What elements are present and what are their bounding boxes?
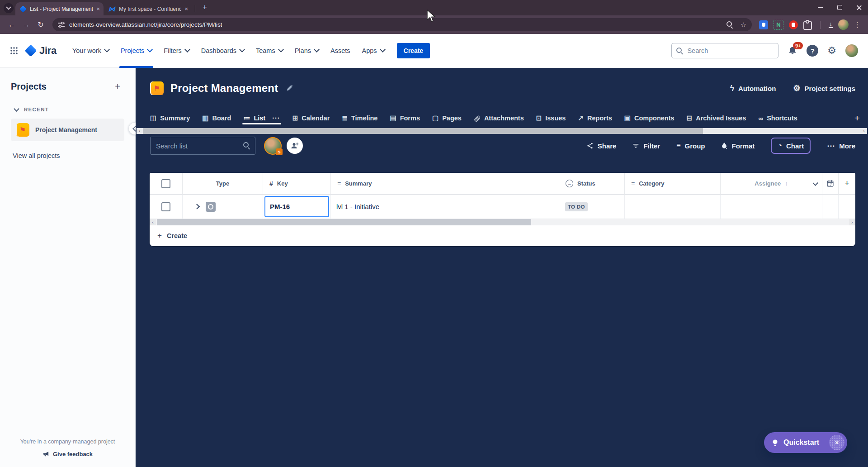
add-column-button[interactable]: + xyxy=(839,173,855,195)
tab-more-icon[interactable]: ··· xyxy=(272,114,280,122)
selected-cell-outline[interactable]: PM-16 xyxy=(264,196,329,217)
extensions-puzzle-icon[interactable] xyxy=(803,21,812,30)
project-settings-button[interactable]: ⚙ Project settings xyxy=(793,84,855,92)
chart-button[interactable]: ◔ Chart xyxy=(771,138,811,154)
browser-profile-avatar[interactable] xyxy=(838,19,849,30)
format-button[interactable]: Format xyxy=(721,142,755,150)
add-project-button[interactable]: + xyxy=(111,80,124,93)
scroll-left-icon[interactable]: ‹ xyxy=(150,219,156,225)
nav-item-assets[interactable]: Assets xyxy=(325,34,356,68)
row-dates-cell[interactable] xyxy=(822,195,839,219)
tab-search-button[interactable] xyxy=(4,3,14,13)
add-people-button[interactable] xyxy=(287,138,303,154)
new-tab-button[interactable]: + xyxy=(199,3,210,12)
bitwarden-icon[interactable] xyxy=(759,20,768,29)
filter-button[interactable]: Filter xyxy=(632,142,660,150)
notifications-button[interactable]: 9+ xyxy=(788,46,797,56)
nav-item-teams[interactable]: Teams xyxy=(250,34,289,68)
row-key-cell[interactable]: PM-16 xyxy=(263,195,331,219)
tab-board[interactable]: ▥Board xyxy=(202,114,231,122)
settings-gear-icon[interactable]: ⚙ xyxy=(827,46,836,56)
chevron-down-icon[interactable] xyxy=(812,180,818,186)
column-header-assignee[interactable]: Assignee↑ xyxy=(721,173,822,195)
scroll-left-icon[interactable]: ‹ xyxy=(137,128,143,134)
column-header-status[interactable]: →Status xyxy=(559,173,625,195)
tab-issues[interactable]: ⊡Issues xyxy=(536,114,566,122)
row-checkbox[interactable] xyxy=(161,202,170,211)
tab-list[interactable]: ≔List··· xyxy=(243,114,280,122)
global-search-input[interactable] xyxy=(686,47,774,55)
app-switcher-icon[interactable] xyxy=(10,47,18,55)
site-settings-icon[interactable] xyxy=(58,22,65,28)
column-header-key[interactable]: #Key xyxy=(263,173,331,195)
search-list-input[interactable] xyxy=(150,137,255,155)
group-button[interactable]: ≡ Group xyxy=(676,142,705,150)
more-button[interactable]: ⋯ More xyxy=(827,141,855,151)
tab-summary[interactable]: ◫Summary xyxy=(150,114,190,122)
tab-archived-issues[interactable]: ⊟Archived Issues xyxy=(687,114,746,122)
quickstart-button[interactable]: Quickstart × xyxy=(764,432,847,453)
tab-forms[interactable]: ▤Forms xyxy=(390,114,420,122)
address-bar[interactable]: elements-overview.atlassian.net/jira/cor… xyxy=(52,18,752,31)
create-issue-button[interactable]: + Create xyxy=(150,225,855,246)
nav-item-projects[interactable]: Projects xyxy=(115,34,158,68)
tab-timeline[interactable]: ≣Timeline xyxy=(342,114,377,122)
browser-tab-confluence[interactable]: ⋈ My first space - Confluence × xyxy=(104,2,192,15)
zoom-icon[interactable] xyxy=(726,21,733,28)
row-assignee-cell[interactable] xyxy=(721,195,822,219)
downloads-icon[interactable]: ↓ xyxy=(829,21,833,28)
back-icon[interactable]: ← xyxy=(5,19,18,31)
view-all-projects-link[interactable]: View all projects xyxy=(11,152,124,159)
scroll-right-icon[interactable]: › xyxy=(849,219,855,225)
reload-icon[interactable]: ↻ xyxy=(34,19,47,31)
help-button[interactable]: ? xyxy=(807,45,818,57)
row-category-cell[interactable] xyxy=(625,195,721,219)
maximize-icon[interactable] xyxy=(837,5,842,10)
close-quickstart-icon[interactable]: × xyxy=(829,435,844,450)
nav-item-filters[interactable]: Filters xyxy=(158,34,195,68)
jira-logo[interactable]: Jira xyxy=(25,45,57,57)
filter-user-avatar[interactable]: S xyxy=(264,137,282,155)
give-feedback-button[interactable]: Give feedback xyxy=(42,451,93,457)
scrollbar-thumb[interactable] xyxy=(143,128,703,134)
notion-extension-icon[interactable]: N xyxy=(774,20,783,30)
row-type-cell[interactable] xyxy=(183,195,263,219)
column-header-category[interactable]: ≡Category xyxy=(625,173,721,195)
tab-shortcuts[interactable]: ∞Shortcuts xyxy=(758,114,797,122)
table-row[interactable]: PM-16 lvl 1 - Initiative TO DO xyxy=(150,195,855,219)
tabs-horizontal-scrollbar[interactable]: ‹ › xyxy=(137,128,867,134)
table-horizontal-scrollbar[interactable]: ‹ › xyxy=(150,219,855,225)
tab-components[interactable]: ▣Components xyxy=(624,114,675,122)
browser-tab-jira[interactable]: List - Project Management - Jira × xyxy=(15,2,104,15)
close-tab-icon[interactable]: × xyxy=(184,5,188,12)
column-header-summary[interactable]: ≡Summary xyxy=(331,173,559,195)
expand-chevron-icon[interactable] xyxy=(194,204,200,210)
tab-calendar[interactable]: ⊞Calendar xyxy=(292,114,330,122)
global-search[interactable] xyxy=(671,43,778,58)
close-window-icon[interactable] xyxy=(857,5,862,10)
close-tab-icon[interactable]: × xyxy=(96,5,100,12)
row-summary-cell[interactable]: lvl 1 - Initiative xyxy=(331,195,559,219)
select-all-cell[interactable] xyxy=(150,173,183,195)
scroll-right-icon[interactable]: › xyxy=(861,128,867,134)
nav-item-dashboards[interactable]: Dashboards xyxy=(195,34,250,68)
status-badge[interactable]: TO DO xyxy=(565,202,588,211)
recent-section-header[interactable]: RECENT xyxy=(14,107,124,112)
nav-item-your-work[interactable]: Your work xyxy=(66,34,115,68)
nav-item-apps[interactable]: Apps xyxy=(356,34,390,68)
automation-button[interactable]: ϟ Automation xyxy=(730,84,776,93)
add-view-tab-button[interactable]: + xyxy=(854,110,860,126)
tab-attachments[interactable]: Attachments xyxy=(474,114,524,122)
browser-menu-icon[interactable]: ⋮ xyxy=(854,21,861,29)
column-header-type[interactable]: Type xyxy=(183,173,263,195)
bookmark-star-icon[interactable]: ☆ xyxy=(741,21,746,29)
user-avatar[interactable] xyxy=(845,44,858,57)
forward-icon[interactable]: → xyxy=(20,19,33,31)
row-select-cell[interactable] xyxy=(150,195,183,219)
select-all-checkbox[interactable] xyxy=(161,179,170,188)
adblock-icon[interactable] xyxy=(789,20,798,29)
sidebar-item-project-management[interactable]: ⚑ Project Management xyxy=(11,119,124,141)
share-button[interactable]: Share xyxy=(586,142,617,150)
row-status-cell[interactable]: TO DO xyxy=(559,195,625,219)
create-button[interactable]: Create xyxy=(397,43,430,58)
